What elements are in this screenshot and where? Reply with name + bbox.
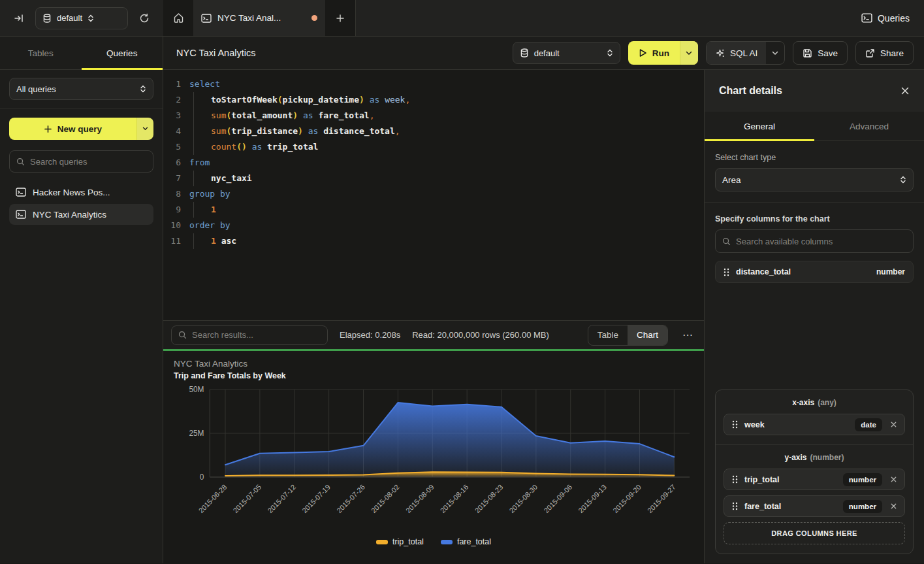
column-name: trip_total: [744, 475, 836, 484]
new-query-button[interactable]: New query: [9, 118, 136, 140]
chevron-updown-icon: [900, 176, 906, 184]
search-queries-input[interactable]: [30, 157, 146, 167]
new-query-button-label: New query: [57, 124, 102, 134]
code-line: toStartOfWeek(pickup_datetime) as week,: [189, 92, 704, 108]
database-selector[interactable]: default: [35, 7, 128, 29]
save-button[interactable]: Save: [793, 41, 848, 65]
new-query-options-button[interactable]: [136, 118, 153, 140]
svg-text:2015-08-16: 2015-08-16: [439, 483, 470, 514]
run-button[interactable]: Run: [628, 41, 680, 65]
page-title: NYC Taxi Analytics: [176, 48, 505, 58]
view-toggle-chart[interactable]: Chart: [628, 325, 667, 345]
legend-item-fare_total[interactable]: fare_total: [441, 537, 491, 546]
sql-ai-button[interactable]: SQL AI: [707, 42, 766, 64]
remove-column-icon[interactable]: [889, 474, 899, 484]
view-toggle-table[interactable]: Table: [588, 325, 628, 345]
share-button-label: Share: [880, 48, 904, 58]
save-icon: [803, 48, 812, 58]
sidebar-tab-tables[interactable]: Tables: [0, 37, 82, 69]
close-panel-button[interactable]: [900, 86, 910, 95]
remove-column-icon[interactable]: [889, 501, 899, 511]
sql-ai-options-button[interactable]: [766, 42, 784, 64]
queries-sidebar: All queries New query Hacker News Pos...…: [0, 70, 163, 563]
svg-text:2015-08-02: 2015-08-02: [370, 483, 401, 514]
query-database-value: default: [534, 48, 601, 58]
svg-text:2015-09-13: 2015-09-13: [577, 483, 608, 514]
top-bar-spacer: [356, 0, 861, 36]
results-toolbar: Elapsed: 0.208s Read: 20,000,000 rows (2…: [163, 320, 704, 349]
queries-button-label: Queries: [878, 13, 910, 24]
axis-column-chip-fare_total[interactable]: fare_totalnumber: [724, 495, 905, 517]
refresh-button[interactable]: [135, 8, 154, 28]
svg-text:25M: 25M: [189, 429, 204, 438]
column-name: fare_total: [744, 502, 836, 511]
axis-column-chip-week[interactable]: weekdate: [724, 414, 905, 435]
panel-tab-general[interactable]: General: [705, 112, 814, 141]
y-axis-label: y-axis: [784, 453, 806, 462]
unsaved-changes-dot: [311, 15, 317, 21]
home-icon: [173, 12, 184, 24]
query-filter-value: All queries: [16, 84, 135, 94]
code-line: 1 asc: [189, 233, 704, 249]
svg-text:2015-09-27: 2015-09-27: [646, 483, 677, 514]
svg-text:2015-09-20: 2015-09-20: [611, 483, 643, 514]
run-button-label: Run: [652, 48, 669, 58]
line-number-gutter: 1234567891011: [163, 76, 189, 320]
chart-type-label: Select chart type: [715, 153, 914, 162]
sidebar-tabs: Tables Queries: [0, 37, 163, 69]
chevron-down-icon: [686, 51, 692, 56]
panel-tab-advanced[interactable]: Advanced: [814, 112, 924, 141]
legend-label: trip_total: [392, 537, 424, 546]
queries-panel-button[interactable]: Queries: [861, 7, 910, 30]
search-columns-input[interactable]: [736, 237, 906, 246]
y-axis-section: y-axis(number) trip_totalnumberfare_tota…: [716, 444, 913, 554]
run-options-button[interactable]: [680, 41, 698, 65]
legend-item-trip_total[interactable]: trip_total: [376, 537, 424, 546]
search-results-input[interactable]: [192, 330, 321, 340]
line-number: 8: [163, 186, 181, 202]
axis-column-chip-trip_total[interactable]: trip_totalnumber: [724, 469, 905, 490]
new-tab-button[interactable]: [325, 0, 355, 36]
remove-column-icon[interactable]: [889, 420, 899, 429]
code-line: 1: [189, 202, 704, 218]
line-number: 2: [163, 92, 181, 108]
panel-tabs: General Advanced: [705, 112, 924, 141]
search-columns-box: [715, 229, 914, 253]
database-icon: [520, 48, 529, 58]
column-name: week: [744, 420, 848, 429]
home-button[interactable]: [163, 0, 193, 36]
view-toggle: Table Chart: [588, 325, 668, 346]
query-list-item[interactable]: Hacker News Pos...: [9, 182, 153, 203]
query-icon: [16, 210, 26, 219]
collapse-sidebar-button[interactable]: [9, 8, 29, 28]
chart-type-selector[interactable]: Area: [715, 168, 914, 191]
svg-text:2015-08-23: 2015-08-23: [473, 483, 505, 514]
svg-text:50M: 50M: [189, 385, 204, 394]
chart-card: NYC Taxi Analytics Trip and Fare Totals …: [163, 351, 704, 563]
svg-text:2015-08-09: 2015-08-09: [404, 483, 436, 514]
svg-text:2015-08-30: 2015-08-30: [508, 483, 539, 514]
sql-code: selecttoStartOfWeek(pickup_datetime) as …: [189, 76, 704, 320]
query-filter-selector[interactable]: All queries: [9, 78, 153, 100]
more-options-button[interactable]: ⋯: [680, 329, 696, 341]
svg-text:2015-06-28: 2015-06-28: [197, 483, 229, 514]
panel-header: Chart details: [705, 70, 924, 112]
tab-nyc-taxi-analytics[interactable]: NYC Taxi Anal...: [193, 0, 325, 36]
second-row: Tables Queries NYC Taxi Analytics defaul…: [0, 37, 924, 70]
search-results-box: [171, 325, 328, 345]
drop-zone[interactable]: DRAG COLUMNS HERE: [724, 522, 905, 544]
sql-ai-split-button: SQL AI: [706, 41, 785, 65]
sql-editor[interactable]: 1234567891011 selecttoStartOfWeek(pickup…: [163, 70, 704, 320]
code-line: from: [189, 155, 704, 171]
available-column-distance_total[interactable]: distance_totalnumber: [715, 261, 914, 283]
query-database-selector[interactable]: default: [513, 42, 620, 64]
code-line: nyc_taxi: [189, 171, 704, 186]
svg-text:2015-07-05: 2015-07-05: [232, 483, 263, 514]
share-button[interactable]: Share: [855, 41, 914, 65]
sidebar-tab-queries[interactable]: Queries: [82, 37, 163, 69]
column-type-badge: date: [855, 418, 882, 431]
query-list-item[interactable]: NYC Taxi Analytics: [9, 204, 153, 225]
query-icon: [16, 188, 26, 197]
line-number: 6: [163, 155, 181, 171]
chart-legend: trip_totalfare_total: [174, 537, 693, 546]
